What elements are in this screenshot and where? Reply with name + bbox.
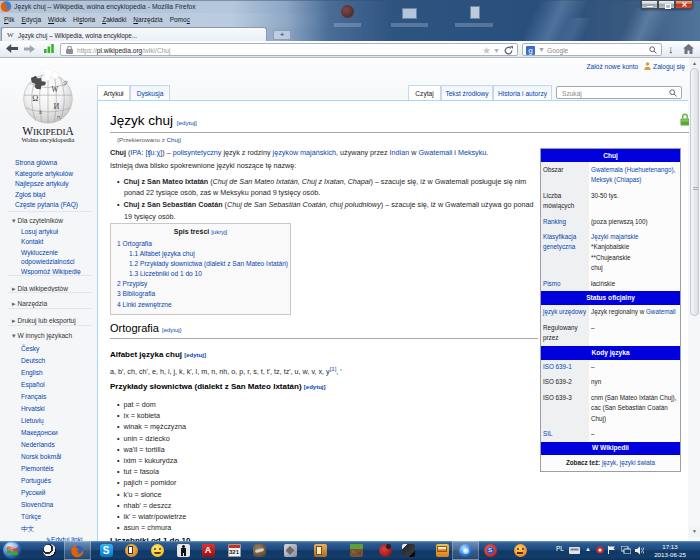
svg-text:W: W: [52, 87, 59, 95]
svg-text:И: И: [53, 102, 59, 111]
svg-text:ה: ה: [57, 114, 60, 120]
svg-text:ク: ク: [62, 79, 68, 86]
svg-text:ä: ä: [39, 108, 42, 115]
svg-text:Ω: Ω: [32, 95, 38, 104]
